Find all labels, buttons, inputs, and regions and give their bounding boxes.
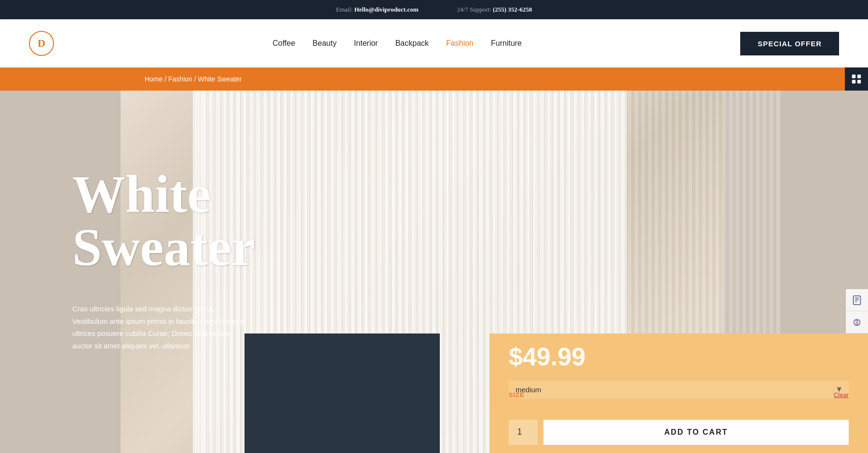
dark-panel: [244, 333, 440, 453]
special-offer-button[interactable]: SPECIAL OFFER: [740, 32, 839, 55]
cart-row: ADD TO CART: [509, 420, 849, 445]
nav-coffee[interactable]: Coffee: [272, 39, 295, 48]
support-value: (255) 352-6258: [493, 6, 532, 13]
purchase-panel: $49.99 small medium large x-large ▼ SIZE…: [489, 333, 868, 453]
size-select-wrapper: small medium large x-large ▼: [509, 381, 849, 399]
product-price: $49.99: [509, 342, 849, 371]
email-label: Email:: [336, 6, 353, 13]
email-info: Email: Hello@diviproduct.com: [336, 6, 419, 13]
product-title-line2: Sweater: [72, 221, 255, 274]
side-icons: [846, 289, 868, 333]
nav-interior[interactable]: Interior: [354, 39, 378, 48]
product-title-line1: White: [72, 168, 255, 221]
support-info: 24/7 Support: (255) 352-6258: [457, 6, 532, 13]
svg-rect-3: [857, 80, 861, 83]
size-select[interactable]: small medium large x-large: [509, 381, 849, 399]
size-row: small medium large x-large ▼ SIZE Clear: [509, 381, 849, 399]
hero-section: White Sweater Cras ultricies ligula sed …: [0, 91, 868, 453]
svg-rect-1: [857, 75, 861, 78]
nav-fashion[interactable]: Fashion: [446, 39, 474, 48]
nav-backpack[interactable]: Backpack: [395, 39, 429, 48]
clear-link[interactable]: Clear: [834, 391, 849, 399]
size-label: SIZE: [509, 391, 525, 399]
quantity-input[interactable]: [509, 420, 538, 445]
product-title: White Sweater: [72, 168, 255, 274]
breadcrumb: Home / Fashion / White Sweater: [145, 75, 242, 83]
main-nav: Coffee Beauty Interior Backpack Fashion …: [272, 39, 522, 48]
add-to-cart-button[interactable]: ADD TO CART: [543, 420, 849, 445]
email-value: Hello@diviproduct.com: [354, 6, 419, 13]
svg-rect-0: [852, 75, 855, 78]
brain-icon[interactable]: [846, 311, 868, 333]
breadcrumb-bar: Home / Fashion / White Sweater: [0, 67, 868, 91]
book-icon[interactable]: [846, 289, 868, 311]
nav-beauty[interactable]: Beauty: [312, 39, 337, 48]
grid-icon[interactable]: [845, 67, 868, 91]
support-label: 24/7 Support:: [457, 6, 491, 13]
header: D Coffee Beauty Interior Backpack Fashio…: [0, 19, 868, 67]
nav-furniture[interactable]: Furniture: [491, 39, 522, 48]
top-bar: Email: Hello@diviproduct.com 24/7 Suppor…: [0, 0, 868, 19]
logo[interactable]: D: [29, 31, 54, 56]
product-description: Cras ultricies ligula sed magna dictum p…: [72, 303, 246, 352]
logo-icon: D: [29, 31, 54, 56]
svg-rect-2: [852, 80, 855, 83]
